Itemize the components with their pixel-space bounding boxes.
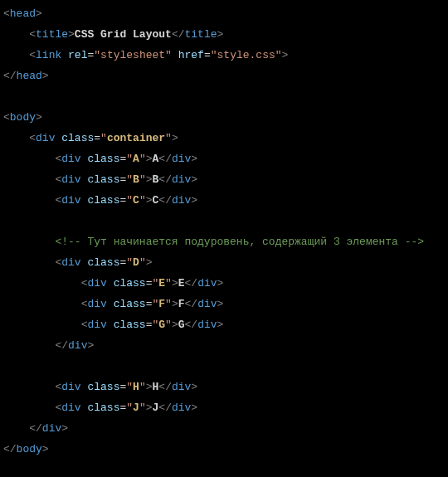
code-line: <head>	[0, 3, 448, 24]
code-line: <div class="B">B</div>	[0, 169, 448, 190]
code-editor: <head> <title>CSS Grid Layout</title> <l…	[0, 3, 448, 460]
code-line: <title>CSS Grid Layout</title>	[0, 24, 448, 45]
code-line: <div class="container">	[0, 128, 448, 148]
code-line	[0, 356, 448, 377]
code-line: <body>	[0, 107, 448, 128]
code-line: <link rel="stylesheet" href="style.css">	[0, 45, 448, 66]
code-line: </div>	[0, 418, 448, 439]
code-line: <div class="C">C</div>	[0, 190, 448, 211]
code-line: <!-- Тут начинается подуровень, содержащ…	[0, 231, 448, 252]
code-line: </body>	[0, 439, 448, 460]
code-line: <div class="H">H</div>	[0, 377, 448, 397]
code-line	[0, 86, 448, 107]
code-line: <div class="A">A</div>	[0, 148, 448, 169]
code-line: <div class="F">F</div>	[0, 294, 448, 314]
code-line: <div class="G">G</div>	[0, 314, 448, 335]
code-line: <div class="J">J</div>	[0, 397, 448, 418]
code-line: <div class="D">	[0, 252, 448, 273]
code-line: </head>	[0, 66, 448, 86]
code-line: </div>	[0, 335, 448, 356]
code-line	[0, 211, 448, 231]
code-line: <div class="E">E</div>	[0, 273, 448, 294]
